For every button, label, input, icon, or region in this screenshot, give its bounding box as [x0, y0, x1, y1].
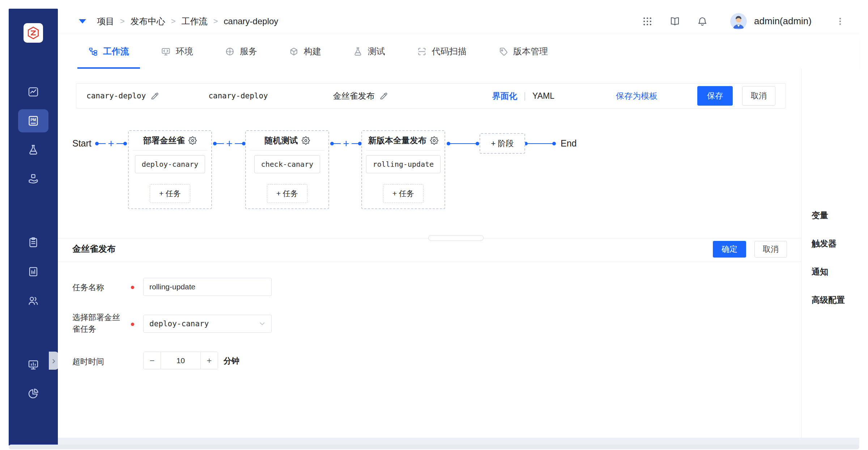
insert-stage-plus-button[interactable]: +: [106, 138, 116, 149]
rail-item-triggers[interactable]: 触发器: [812, 238, 837, 249]
project-switcher-caret-icon[interactable]: [79, 19, 86, 24]
workflow-editor-panel: canary-deploy canary-deploy 金丝雀发布 界面化 | …: [58, 69, 801, 438]
docs-icon[interactable]: [669, 16, 680, 27]
sidebar-item-monitor[interactable]: [18, 353, 48, 376]
users-icon: [27, 295, 39, 306]
sidebar-item-delivery[interactable]: [18, 167, 48, 190]
breadcrumb-separator: >: [171, 17, 176, 26]
tab-code-scan[interactable]: 代码扫描: [406, 34, 477, 69]
connector-dot: [552, 142, 556, 145]
workflow-name: canary-deploy: [86, 92, 146, 100]
task-name-input[interactable]: [143, 278, 272, 296]
insert-stage-plus-button[interactable]: +: [224, 138, 235, 149]
sidebar-item-quality[interactable]: [18, 260, 48, 283]
stage-settings-gear-icon[interactable]: [188, 136, 197, 145]
header-actions: admin(admin): [642, 13, 845, 30]
connector-dot: [123, 142, 127, 145]
stage-header: 部署金丝雀: [133, 131, 207, 150]
task-chip[interactable]: deploy-canary: [135, 155, 205, 173]
workflow-icon: [88, 47, 98, 56]
connector-dot: [330, 142, 334, 145]
add-task-button[interactable]: + 任务: [150, 184, 190, 203]
canary-task-select-label: 选择部署金丝雀任务: [72, 312, 127, 335]
tab-build[interactable]: 构建: [278, 34, 332, 69]
edit-name-icon[interactable]: [150, 91, 159, 101]
environment-icon: [161, 47, 171, 56]
stage-title: 新版本全量发布: [368, 135, 426, 146]
quality-icon: [27, 266, 39, 277]
stage-settings-gear-icon[interactable]: [302, 136, 310, 145]
confirm-button[interactable]: 确定: [713, 241, 746, 258]
dashboard-icon: [27, 86, 39, 98]
insert-stage-plus-button[interactable]: +: [341, 138, 352, 149]
sidebar-item-reports[interactable]: [18, 231, 48, 254]
save-as-template-link[interactable]: 保存为模板: [616, 90, 658, 102]
rail-item-notifications[interactable]: 通知: [812, 266, 828, 277]
save-button[interactable]: 保存: [697, 86, 733, 106]
connector-line: [448, 143, 477, 144]
connector-dot: [447, 142, 450, 145]
workflow-settings-rail: 变量 触发器 通知 高级配置: [801, 69, 859, 438]
notifications-bell-icon[interactable]: [697, 16, 708, 27]
breadcrumb-item-workflows[interactable]: 工作流: [182, 16, 208, 27]
canary-task-select[interactable]: deploy-canary: [143, 315, 272, 333]
task-chip[interactable]: rolling-update: [366, 155, 441, 173]
reports-icon: [27, 237, 39, 248]
view-toggle-ui[interactable]: 界面化: [492, 90, 517, 102]
app-root: PM › 项目 > 发布中心 > 工作: [0, 0, 868, 450]
panel-resize-handle[interactable]: [428, 235, 484, 241]
edit-display-name-icon[interactable]: [379, 91, 388, 101]
end-node-label: End: [561, 138, 576, 149]
stepper-value[interactable]: 10: [161, 352, 201, 369]
add-task-button[interactable]: + 任务: [383, 184, 424, 203]
cancel-button[interactable]: 取消: [742, 86, 775, 106]
rail-item-advanced[interactable]: 高级配置: [812, 294, 845, 306]
zadig-logo[interactable]: [24, 23, 43, 43]
view-toggle-yaml[interactable]: YAML: [532, 91, 554, 101]
add-stage-button[interactable]: + 阶段: [480, 133, 525, 154]
task-chip[interactable]: check-canary: [254, 155, 320, 173]
stage-card-rolling-update: 新版本全量发布 rolling-update + 任务: [361, 130, 445, 209]
breadcrumb-item-release-center[interactable]: 发布中心: [131, 16, 165, 27]
tab-test[interactable]: 测试: [342, 34, 396, 69]
required-marker: [131, 323, 134, 326]
sidebar-item-projects[interactable]: PM: [18, 109, 48, 132]
tab-version[interactable]: 版本管理: [488, 34, 559, 69]
sidebar-item-tests[interactable]: [18, 138, 48, 161]
logo-icon: [27, 26, 40, 39]
tab-label: 版本管理: [513, 46, 548, 57]
stage-title: 部署金丝雀: [143, 135, 185, 146]
user-name[interactable]: admin(admin): [754, 16, 812, 27]
stage-title: 随机测试: [265, 135, 298, 146]
tab-environment[interactable]: 环境: [150, 34, 204, 69]
user-avatar[interactable]: [730, 13, 747, 30]
stage-settings-gear-icon[interactable]: [430, 136, 438, 145]
sidebar-item-users[interactable]: [18, 289, 48, 312]
stage-header: 新版本全量发布: [366, 131, 441, 150]
tab-label: 服务: [240, 46, 257, 57]
sidebar-collapse-handle[interactable]: ›: [49, 352, 59, 370]
apps-grid-icon[interactable]: [642, 16, 653, 27]
tab-label: 环境: [176, 46, 193, 57]
view-toggle-divider: |: [524, 91, 526, 101]
horizontal-scrollbar[interactable]: [9, 445, 859, 449]
sidebar-item-dashboard[interactable]: [18, 80, 48, 103]
stage-header: 随机测试: [250, 131, 324, 150]
stepper-decrease-button[interactable]: −: [144, 352, 161, 369]
stepper-increase-button[interactable]: +: [201, 352, 218, 369]
sidebar-item-stats[interactable]: [18, 382, 48, 405]
tab-workflow[interactable]: 工作流: [77, 34, 140, 69]
timeout-unit-label: 分钟: [224, 356, 239, 366]
add-task-button[interactable]: + 任务: [267, 184, 307, 203]
top-header: 项目 > 发布中心 > 工作流 > canary-deploy admin(ad…: [58, 9, 859, 34]
workflow-display-name: 金丝雀发布: [333, 90, 375, 102]
breadcrumb: 项目 > 发布中心 > 工作流 > canary-deploy: [97, 16, 278, 27]
task-cancel-button[interactable]: 取消: [754, 241, 787, 258]
tab-service[interactable]: 服务: [214, 34, 268, 69]
rail-item-variables[interactable]: 变量: [812, 210, 828, 221]
module-tabbar: 工作流 环境 服务 构建 测试 代码扫描 版本管理: [58, 34, 859, 69]
task-name-label: 任务名称: [72, 282, 104, 293]
kebab-menu-icon[interactable]: [835, 16, 845, 27]
breadcrumb-item-projects[interactable]: 项目: [97, 16, 114, 27]
tests-icon: [27, 144, 39, 156]
